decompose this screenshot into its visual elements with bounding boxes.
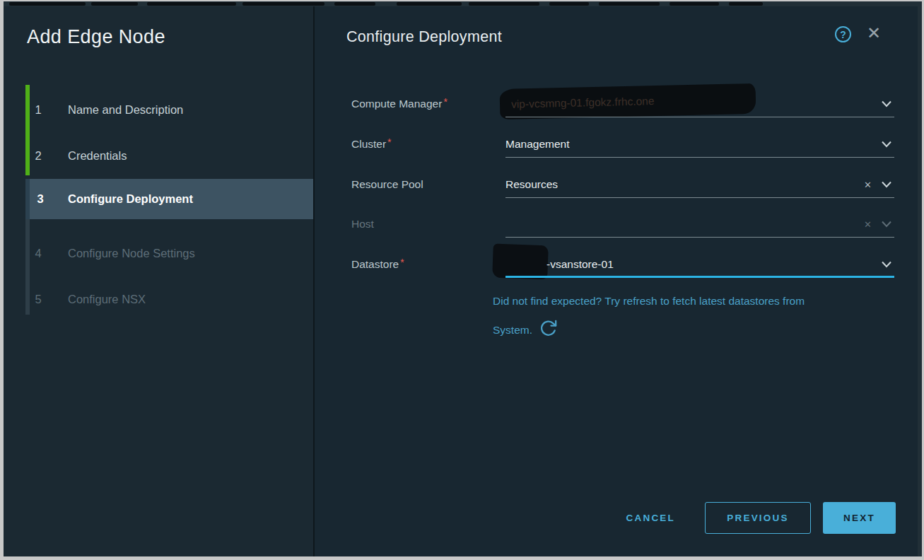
step-name-and-description[interactable]: 1 Name and Description	[25, 100, 313, 119]
next-button[interactable]: NEXT	[823, 502, 896, 534]
chevron-down-icon[interactable]	[882, 221, 891, 228]
chevron-down-icon[interactable]	[882, 261, 891, 268]
help-icon[interactable]: ?	[835, 26, 851, 42]
hint-line-2: System.	[493, 315, 903, 344]
step-configure-deployment[interactable]: 3 Configure Deployment	[25, 179, 313, 219]
redacted-background-text	[669, 2, 719, 6]
cluster-label: Cluster*	[351, 138, 392, 151]
step-number: 4	[25, 247, 51, 260]
redaction-blob: vip-vcsmng-01.fgokz.frhc.one	[500, 83, 756, 119]
clear-icon[interactable]: ✕	[864, 180, 872, 190]
hint-line-1: Did not find expected? Try refresh to fe…	[493, 286, 903, 315]
step-label: Credentials	[51, 149, 127, 163]
redaction-blob	[492, 244, 549, 280]
redacted-background-text	[242, 2, 324, 6]
chevron-down-icon[interactable]	[882, 181, 891, 188]
step-label: Configure Deployment	[51, 192, 193, 206]
step-label: Name and Description	[51, 103, 183, 117]
redacted-background-text	[147, 2, 236, 6]
cancel-button[interactable]: CANCEL	[621, 502, 681, 534]
dialog-footer: CANCEL PREVIOUS NEXT	[621, 502, 896, 534]
redacted-background-text	[9, 2, 86, 6]
host-label: Host	[351, 218, 374, 231]
redacted-background-text	[729, 2, 763, 6]
step-label: Configure NSX	[51, 293, 146, 306]
redacted-background-text	[469, 2, 539, 6]
required-asterisk: *	[400, 257, 404, 268]
redacted-background-text	[334, 2, 375, 6]
page-title: Configure Deployment	[346, 28, 502, 46]
datastore-value: -vsanstore-01	[546, 258, 614, 271]
chevron-down-icon[interactable]	[882, 100, 891, 107]
cluster-value: Management	[505, 138, 569, 151]
clear-icon[interactable]: ✕	[864, 219, 872, 230]
field-underline	[505, 276, 894, 278]
cluster-field[interactable]: Cluster* Management	[351, 134, 894, 158]
wizard-title: Add Edge Node	[27, 26, 165, 48]
compute-manager-label: Compute Manager*	[351, 98, 448, 110]
step-label: Configure Node Settings	[51, 247, 195, 260]
field-underline	[505, 237, 894, 238]
wizard-steps-panel: Add Edge Node 1 Name and Description 2 C…	[4, 6, 315, 556]
datastore-label: Datastore*	[351, 258, 404, 271]
background-page-strip	[4, 1, 922, 6]
refresh-icon[interactable]	[539, 319, 558, 338]
required-asterisk: *	[387, 136, 391, 148]
resource-pool-field[interactable]: Resource Pool Resources ✕	[351, 175, 894, 198]
field-underline	[505, 197, 894, 198]
previous-button[interactable]: PREVIOUS	[705, 502, 811, 534]
required-asterisk: *	[443, 96, 447, 107]
compute-manager-value: vip-vcsmng-01.fgokz.frhc.one	[511, 95, 655, 111]
step-number: 5	[25, 293, 51, 306]
step-number: 1	[25, 103, 51, 117]
configure-deployment-panel: Configure Deployment ? ✕ Compute Manager…	[315, 6, 918, 556]
compute-manager-field[interactable]: Compute Manager* vip-vcsmng-01.fgokz.frh…	[351, 94, 894, 117]
step-number: 2	[25, 149, 51, 163]
step-number: 3	[30, 192, 51, 206]
browser-page: Add Edge Node 1 Name and Description 2 C…	[4, 1, 922, 556]
redacted-background-text	[91, 2, 138, 6]
resource-pool-label: Resource Pool	[351, 178, 423, 191]
help-glyph: ?	[840, 29, 846, 40]
datastore-field[interactable]: Datastore* -vsanstore-01	[351, 255, 894, 278]
datastore-refresh-hint: Did not find expected? Try refresh to fe…	[493, 286, 903, 344]
step-configure-node-settings[interactable]: 4 Configure Node Settings	[25, 244, 313, 262]
field-underline	[505, 157, 894, 158]
field-underline	[505, 117, 894, 117]
step-configure-nsx[interactable]: 5 Configure NSX	[25, 290, 313, 308]
chevron-down-icon[interactable]	[882, 141, 891, 148]
screenshot-frame: Add Edge Node 1 Name and Description 2 C…	[0, 0, 924, 560]
add-edge-node-dialog: Add Edge Node 1 Name and Description 2 C…	[4, 6, 918, 556]
step-credentials[interactable]: 2 Credentials	[25, 146, 313, 165]
resource-pool-value: Resources	[505, 178, 558, 191]
redacted-background-text	[549, 2, 589, 6]
host-field[interactable]: Host ✕	[351, 214, 894, 238]
close-icon[interactable]: ✕	[867, 25, 881, 42]
redacted-background-text	[599, 2, 660, 6]
redacted-background-text	[397, 2, 462, 6]
